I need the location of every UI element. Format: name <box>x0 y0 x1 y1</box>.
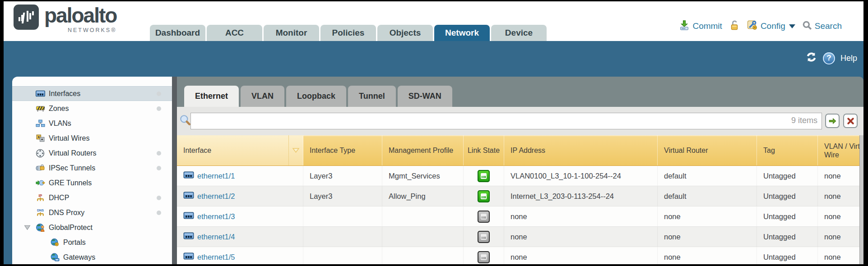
sidebar-item-globalprotect[interactable]: GlobalProtect <box>12 220 172 235</box>
subtab-tunnel[interactable]: Tunnel <box>348 86 396 107</box>
vlans-icon <box>36 119 45 128</box>
subtab-loopback[interactable]: Loopback <box>286 86 346 107</box>
interface-subtab-bar: Ethernet VLAN Loopback Tunnel SD-WAN <box>177 77 863 107</box>
interface-link[interactable]: ethernet1/4 <box>183 232 235 241</box>
cell-ip-address: none <box>504 247 658 264</box>
column-header-management-profile[interactable]: Management Profile <box>382 135 464 165</box>
table-row[interactable]: ethernet1/3 none none Untagged none <box>177 206 863 227</box>
sidebar-item-label: Virtual Routers <box>49 149 97 157</box>
sidebar-item-dhcp[interactable]: IP DHCP <box>12 190 172 205</box>
table-row[interactable]: ethernet1/5 none none Untagged none <box>177 247 863 264</box>
sort-dropdown-icon <box>292 147 300 153</box>
portals-icon <box>50 238 60 247</box>
refresh-icon[interactable] <box>805 51 817 65</box>
tab-policies[interactable]: Policies <box>320 25 376 41</box>
cell-ip-address: none <box>504 227 658 247</box>
sidebar-item-label: IPSec Tunnels <box>49 164 95 172</box>
lock-button[interactable] <box>729 20 740 33</box>
column-header-tag[interactable]: Tag <box>757 135 818 165</box>
sidebar-item-virtual-wires[interactable]: Virtual Wires <box>12 131 172 146</box>
tab-monitor[interactable]: Monitor <box>264 25 319 41</box>
cell-tag: Untagged <box>757 206 818 226</box>
item-dot <box>157 151 161 156</box>
cell-tag: Untagged <box>757 166 818 186</box>
cell-vlan: none <box>818 227 863 247</box>
help-label[interactable]: Help <box>840 54 857 63</box>
cell-vlan: none <box>818 247 863 264</box>
tab-network[interactable]: Network <box>434 25 490 41</box>
column-header-interface-type[interactable]: Interface Type <box>303 135 382 165</box>
sidebar-item-zones[interactable]: Zones <box>12 101 172 116</box>
cell-virtual-router: none <box>658 227 757 247</box>
cell-vlan: none <box>818 206 863 226</box>
cell-mgmt-profile: Mgmt_Services <box>382 166 464 186</box>
cell-ip-address: VLAN0100_L3_10-1-100-254--24 <box>504 166 658 186</box>
sidebar-item-interfaces[interactable]: Interfaces <box>12 86 172 101</box>
subtab-vlan[interactable]: VLAN <box>241 86 284 107</box>
interface-subtabs: Ethernet VLAN Loopback Tunnel SD-WAN <box>184 86 452 107</box>
interface-link[interactable]: ethernet1/5 <box>183 252 235 261</box>
logo-networks-text: NETWORKS® <box>44 27 116 33</box>
cell-tag: Untagged <box>757 247 818 264</box>
config-label: Config <box>761 21 785 31</box>
interface-link[interactable]: ethernet1/1 <box>183 171 235 180</box>
lock-icon <box>729 20 740 33</box>
link-down-icon <box>478 251 490 263</box>
tab-device[interactable]: Device <box>491 25 547 41</box>
sidebar-item-label: DNS Proxy <box>49 209 84 217</box>
link-down-icon <box>478 211 490 223</box>
column-header-link-state[interactable]: Link State <box>464 135 504 165</box>
zones-icon <box>36 104 45 113</box>
table-row[interactable]: ethernet1/2 Layer3 Allow_Ping Internet_L… <box>177 186 863 206</box>
column-header-interface[interactable]: Interface <box>177 135 303 165</box>
sidebar-item-label: GlobalProtect <box>49 224 93 232</box>
table-row[interactable]: ethernet1/1 Layer3 Mgmt_Services VLAN010… <box>177 166 863 186</box>
interface-link[interactable]: ethernet1/3 <box>183 212 235 221</box>
table-row[interactable]: ethernet1/4 none none Untagged none <box>177 227 863 247</box>
sidebar-splitter[interactable] <box>172 77 177 264</box>
config-menu-button[interactable]: Config <box>747 19 795 33</box>
global-search-button[interactable]: Search <box>802 20 842 32</box>
cell-mgmt-profile <box>382 206 464 226</box>
filter-bar: 9 items <box>177 107 863 135</box>
subtab-sdwan[interactable]: SD-WAN <box>398 86 452 107</box>
link-down-icon <box>478 231 490 243</box>
cell-vlan: none <box>818 186 863 206</box>
sidebar-item-portals[interactable]: Portals <box>12 235 172 250</box>
column-header-virtual-router[interactable]: Virtual Router <box>658 135 757 165</box>
cell-interface-type <box>303 206 382 226</box>
waveform-icon <box>16 7 36 27</box>
sidebar-item-gateways[interactable]: Gateways <box>12 250 172 264</box>
item-dot <box>157 166 161 170</box>
sidebar-item-gre-tunnels[interactable]: GRE Tunnels <box>12 175 172 190</box>
clear-filter-button[interactable] <box>843 114 858 128</box>
sidebar-item-ipsec-tunnels[interactable]: IPSec Tunnels <box>12 161 172 175</box>
commit-button[interactable]: Commit <box>679 20 722 33</box>
ethernet-port-icon <box>183 192 194 201</box>
interface-link[interactable]: ethernet1/2 <box>183 192 235 201</box>
help-icon[interactable] <box>823 52 835 64</box>
cell-virtual-router: none <box>658 206 757 226</box>
cell-tag: Untagged <box>757 186 818 206</box>
go-arrow-icon <box>828 117 837 125</box>
tab-acc[interactable]: ACC <box>207 25 262 41</box>
app-window: paloalto NETWORKS® Dashboard ACC Monitor… <box>0 0 868 266</box>
ethernet-port-icon <box>183 252 194 261</box>
filter-input[interactable] <box>190 113 822 129</box>
collapse-triangle-icon[interactable] <box>24 224 31 232</box>
tab-dashboard[interactable]: Dashboard <box>150 25 205 41</box>
link-up-icon <box>478 170 490 182</box>
cell-ip-address: none <box>504 206 658 226</box>
caret-down-icon <box>789 24 795 28</box>
apply-filter-button[interactable] <box>825 114 840 128</box>
subtab-ethernet[interactable]: Ethernet <box>184 86 239 107</box>
column-header-ip-address[interactable]: IP Address <box>504 135 658 165</box>
sidebar-item-virtual-routers[interactable]: Virtual Routers <box>12 146 172 161</box>
vertical-scrollbar[interactable] <box>859 135 863 264</box>
tab-objects[interactable]: Objects <box>377 25 433 41</box>
sidebar-item-dns-proxy[interactable]: DNS DNS Proxy <box>12 205 172 220</box>
sidebar-item-vlans[interactable]: VLANs <box>12 116 172 131</box>
column-menu-button[interactable] <box>288 135 303 165</box>
search-label: Search <box>815 21 842 31</box>
column-header-vlan-wire[interactable]: VLAN / Virtual Wire <box>818 135 863 165</box>
